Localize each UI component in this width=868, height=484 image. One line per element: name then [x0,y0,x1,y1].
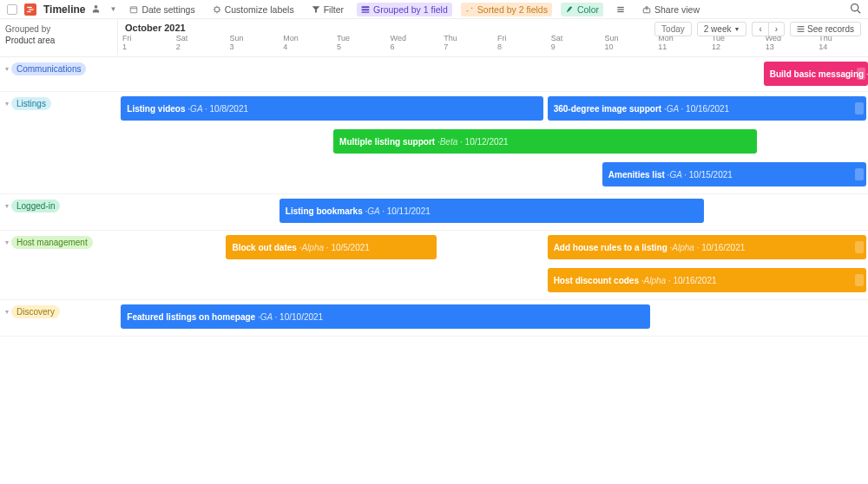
bar-date: 10/16/2021 [686,104,729,114]
track-area[interactable]: Featured listings on homepageGA10/10/202… [117,300,868,336]
svg-rect-11 [617,9,624,10]
chevron-down-icon: ▼ [733,26,740,32]
timeline-body: ▾CommunicationsBuild basic messagingDogf… [0,57,868,337]
day-column: Wed13 [761,35,815,55]
svg-rect-10 [617,6,624,7]
prev-button[interactable]: ‹ [752,22,767,36]
group-button[interactable]: Grouped by 1 field [357,3,452,16]
sidebar-toggle-icon[interactable] [7,4,17,15]
share-view-button[interactable]: Share view [638,3,704,16]
next-button[interactable]: › [768,22,785,36]
chevron-down-icon[interactable]: ▼ [109,5,116,13]
bar-continues-icon [855,168,864,180]
group-row: ▾Logged-inListing bookmarksGA10/11/2021 [0,194,868,231]
timeline-record-bar[interactable]: Host discount codesAlpha10/16/2021 [548,268,867,292]
customize-labels-button[interactable]: Customize labels [208,3,299,16]
group-header[interactable]: ▾Logged-in [0,194,117,230]
day-column: Mon4 [279,35,332,55]
timeline-record-bar[interactable]: Amenities listGA10/15/2021 [602,162,866,186]
svg-rect-4 [131,6,138,12]
timeline-record-bar[interactable]: Multiple listing supportBeta10/12/2021 [333,129,757,154]
group-tag[interactable]: Listings [11,97,51,110]
collapse-toggle-icon[interactable]: ▾ [5,305,9,316]
bar-date: 10/11/2021 [387,206,431,216]
group-tag[interactable]: Communications [11,62,86,75]
range-select[interactable]: 2 week ▼ [697,22,747,36]
svg-rect-17 [798,29,805,29]
group-by-label: Grouped by Product area [0,19,117,46]
collapse-toggle-icon[interactable]: ▾ [5,199,9,210]
svg-rect-12 [617,10,624,11]
see-records-button[interactable]: See records [790,22,861,36]
timeline-date-header: October 2021 Today 2 week ▼ ‹ › See reco… [117,19,868,55]
bar-continues-icon [855,102,864,114]
view-switcher[interactable]: Timeline ▼ [7,3,116,16]
collapse-toggle-icon[interactable]: ▾ [5,62,9,73]
bar-title: Listing videos [127,104,190,114]
collapse-toggle-icon[interactable]: ▾ [5,97,9,108]
timeline-header: Grouped by Product area October 2021 Tod… [0,19,868,57]
bar-title: Featured listings on homepage [127,312,260,322]
bar-title: Listing bookmarks [286,206,367,216]
group-header[interactable]: ▾Communications [0,57,117,91]
sort-button[interactable]: Sorted by 2 fields [461,3,552,16]
chevron-left-icon: ‹ [759,24,761,34]
collapse-toggle-icon[interactable]: ▾ [5,236,9,246]
group-header[interactable]: ▾Listings [0,92,117,193]
day-column: Wed6 [386,35,440,55]
timeline-record-bar[interactable]: Block out datesAlpha10/5/2021 [226,235,436,259]
timeline-record-bar[interactable]: Add house rules to a listingAlpha10/16/2… [548,235,867,259]
today-button[interactable]: Today [654,22,692,36]
track-area[interactable]: Listing videosGA10/8/2021360-degree imag… [117,92,868,193]
timeline-record-bar[interactable]: Listing bookmarksGA10/11/2021 [279,199,704,223]
svg-rect-7 [362,6,370,8]
timeline-record-bar[interactable]: Listing videosGA10/8/2021 [121,96,543,121]
svg-rect-16 [798,26,805,27]
day-column: Thu14 [814,35,868,55]
bar-date: 10/15/2021 [689,170,733,180]
bar-continues-icon [857,68,865,80]
svg-point-3 [95,4,98,8]
track-area[interactable]: Build basic messagingDogfood10/17/2021 [117,57,868,91]
track-area[interactable]: Listing bookmarksGA10/11/2021 [117,194,868,230]
group-tag[interactable]: Logged-in [11,199,60,213]
timeline-record-bar[interactable]: 360-degree image supportGA10/16/2021 [548,96,867,121]
group-header[interactable]: ▾Discovery [0,300,117,336]
bar-continues-icon [855,274,864,286]
view-name[interactable]: Timeline [43,3,85,16]
group-tag[interactable]: Host management [11,236,93,249]
color-button[interactable]: Color [561,3,603,16]
timeline-record-bar[interactable]: Build basic messagingDogfood10/17/2021 [764,62,868,86]
timeline-record-bar[interactable]: Featured listings on homepageGA10/10/202… [121,304,650,329]
svg-rect-1 [29,9,34,10]
group-row: ▾Host managementBlock out datesAlpha10/5… [0,231,868,300]
svg-rect-8 [362,9,370,10]
filter-button[interactable]: Filter [307,3,348,16]
day-column: Sun10 [600,35,654,55]
bar-stage: GA [190,104,209,114]
people-icon[interactable] [92,3,102,16]
bar-date: 10/16/2021 [673,276,716,285]
group-header[interactable]: ▾Host management [0,231,117,299]
svg-rect-2 [27,10,30,11]
day-column: Fri1 [118,35,172,55]
group-row: ▾DiscoveryFeatured listings on homepageG… [0,300,868,337]
bar-title: Multiple listing support [339,137,440,147]
search-icon[interactable] [850,3,861,16]
svg-rect-18 [798,31,805,32]
bar-title: Host discount codes [554,276,644,285]
day-column: Mon11 [654,35,707,55]
day-column: Tue12 [707,35,761,55]
top-toolbar: Timeline ▼ Date settings Customize label… [0,0,868,19]
bar-stage: GA [669,170,688,180]
track-area[interactable]: Block out datesAlpha10/5/2021Add house r… [117,231,868,299]
bar-date: 10/12/2021 [465,137,509,147]
date-settings-button[interactable]: Date settings [125,3,199,16]
bar-date: 10/16/2021 [701,243,745,252]
day-column: Sat2 [172,35,226,55]
bar-date: 10/8/2021 [210,104,249,114]
day-column: Sun3 [225,35,279,55]
bar-title: Amenities list [608,170,670,180]
row-height-button[interactable] [612,3,629,16]
group-tag[interactable]: Discovery [11,305,60,318]
